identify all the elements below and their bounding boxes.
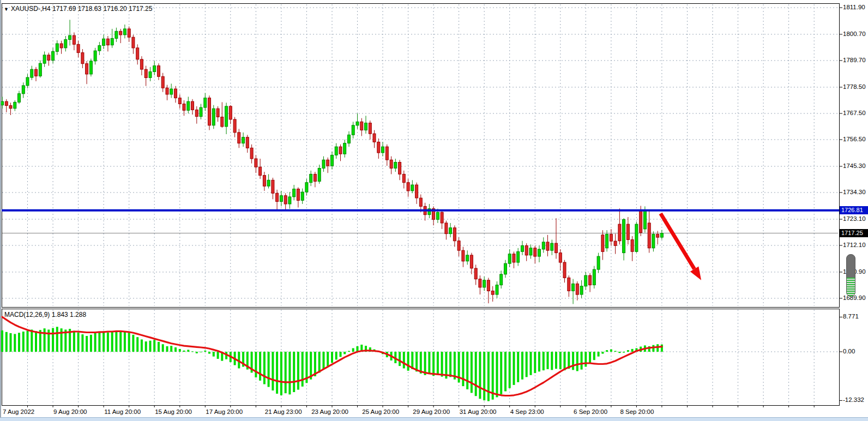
macd-histogram-bar: [115, 331, 117, 352]
macd-histogram-bar: [623, 352, 625, 353]
candle-body: [136, 48, 139, 59]
macd-histogram-bar: [90, 335, 92, 352]
price-axis-label: 1800.70: [843, 31, 866, 37]
candle-body: [250, 148, 253, 159]
candle-body: [22, 86, 25, 94]
candle-body: [415, 185, 418, 198]
candle-body: [200, 107, 202, 117]
candle-body: [580, 286, 583, 294]
candle-body: [402, 174, 405, 182]
candle-body: [436, 212, 439, 219]
macd-histogram-bar: [31, 329, 33, 352]
candle-body: [517, 251, 520, 262]
time-axis-label: 8 Sep 20:00: [620, 408, 654, 415]
candle-body: [335, 147, 337, 155]
candle-body: [60, 44, 63, 48]
candle-body: [479, 279, 481, 287]
macd-histogram-bar: [200, 352, 202, 352]
candle-body: [660, 233, 663, 237]
macd-histogram-bar: [576, 352, 578, 371]
macd-histogram-bar: [204, 351, 206, 352]
candle-body: [394, 163, 397, 169]
macd-histogram-bar: [559, 352, 562, 369]
candle-body: [356, 122, 359, 125]
candle-body: [297, 189, 299, 201]
candle-body: [390, 160, 393, 168]
candle-body: [534, 248, 537, 256]
candle-body: [339, 147, 342, 154]
macd-histogram-bar: [331, 352, 333, 363]
macd-histogram-bar: [14, 334, 16, 352]
chart-canvas[interactable]: [0, 0, 868, 421]
candle-body: [140, 59, 143, 69]
candle-body: [69, 35, 71, 39]
macd-histogram-bar: [272, 352, 274, 390]
candle-body: [610, 234, 612, 242]
candle-body: [399, 163, 401, 175]
trend-arrow-head[interactable]: [690, 267, 701, 280]
macd-histogram-bar: [517, 352, 519, 382]
macd-histogram-bar: [618, 352, 620, 353]
macd-histogram-bar: [170, 346, 172, 352]
macd-histogram-bar: [420, 352, 422, 374]
macd-histogram-bar: [340, 352, 342, 357]
candle-body: [441, 212, 443, 223]
candle-body: [158, 66, 160, 77]
candle-body: [474, 268, 477, 279]
candle-body: [47, 55, 50, 61]
ohlc-values: 1717.69 1718.63 1716.20 1717.25: [52, 5, 153, 13]
candle-body: [521, 245, 524, 251]
candle-body: [35, 69, 38, 76]
macd-histogram-bar: [496, 352, 498, 397]
macd-histogram-bar: [174, 347, 177, 352]
macd-histogram-bar: [318, 352, 321, 372]
macd-histogram-bar: [162, 344, 164, 352]
macd-histogram-bar: [302, 352, 304, 387]
candle-body: [305, 183, 308, 193]
macd-histogram-bar: [538, 352, 540, 371]
candle-body: [652, 234, 655, 248]
candle-body: [225, 106, 228, 127]
candle-body: [462, 250, 465, 261]
candle-body: [551, 243, 553, 250]
macd-histogram-bar: [581, 352, 583, 370]
candle-body: [348, 135, 351, 143]
macd-histogram-bar: [217, 352, 219, 359]
candle-body: [52, 51, 55, 60]
macd-histogram-bar: [132, 335, 134, 352]
candle-body: [123, 29, 126, 35]
window-left-edge: [0, 0, 1, 418]
macd-histogram-bar: [187, 350, 189, 352]
candle-body: [191, 101, 194, 110]
macd-histogram-bar: [572, 352, 574, 370]
macd-histogram-bar: [52, 328, 54, 352]
trend-arrow-shaft[interactable]: [661, 214, 695, 269]
macd-histogram-bar: [348, 351, 350, 352]
time-axis-label: 9 Aug 20:00: [53, 408, 87, 415]
candle-body: [216, 109, 219, 117]
candle-body: [166, 88, 168, 94]
time-axis-label: 21 Aug 23:00: [265, 408, 302, 415]
candle-body: [204, 98, 207, 108]
candle-body: [56, 44, 58, 51]
window-bottom-edge: [0, 417, 868, 421]
candle-body: [39, 63, 41, 76]
time-axis-label: 15 Aug 20:00: [155, 408, 192, 415]
macd-histogram-bar: [208, 352, 210, 354]
macd-histogram-bar: [584, 352, 587, 367]
macd-histogram-bar: [335, 352, 337, 360]
candle-body: [5, 101, 8, 105]
candle-body: [128, 29, 130, 37]
candle-body: [255, 159, 257, 167]
macd-histogram-bar: [606, 350, 608, 352]
macd-histogram-bar: [166, 346, 168, 352]
macd-histogram-bar: [73, 331, 75, 352]
candle-body: [597, 256, 600, 269]
candle-body: [174, 89, 177, 98]
price-axis-label: 1712.10: [843, 242, 866, 248]
candle-body: [144, 69, 147, 77]
chevron-down-icon[interactable]: ▼: [4, 7, 9, 12]
scrollbar-thumb[interactable]: [846, 254, 855, 297]
candle-body: [529, 248, 532, 255]
candle-body: [106, 39, 109, 45]
